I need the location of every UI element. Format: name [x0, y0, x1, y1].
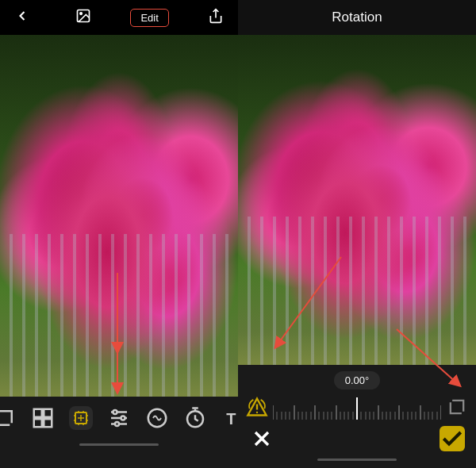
rotation-ruler[interactable] — [273, 394, 441, 420]
rotation-tool[interactable] — [69, 406, 93, 430]
right-fence-overlay — [238, 217, 476, 365]
tick-marks — [273, 394, 441, 420]
right-image — [238, 35, 476, 365]
layout-tool[interactable] — [31, 406, 55, 430]
svg-rect-7 — [44, 419, 52, 427]
degree-display: 0.00° — [334, 371, 381, 389]
svg-point-26 — [256, 412, 258, 413]
left-panel: Edit — [0, 0, 238, 468]
svg-rect-4 — [34, 409, 42, 417]
right-panel: Rotation 0.00° — [238, 0, 476, 468]
svg-point-15 — [121, 416, 125, 420]
timer-tool[interactable] — [183, 406, 207, 430]
right-home-bar — [317, 458, 397, 461]
confirm-button[interactable] — [440, 426, 465, 451]
right-rose-photo — [238, 35, 476, 365]
svg-point-14 — [113, 410, 117, 414]
crop-tool[interactable] — [0, 406, 17, 430]
svg-rect-6 — [34, 419, 42, 427]
left-image — [0, 35, 238, 397]
cancel-button[interactable] — [249, 426, 274, 451]
right-topbar: Rotation — [238, 0, 476, 35]
svg-rect-5 — [44, 409, 52, 417]
svg-point-1 — [80, 12, 83, 13]
adjust-tool[interactable] — [107, 406, 131, 430]
action-row — [238, 426, 476, 451]
right-controls: 0.00° — [238, 365, 476, 468]
gallery-button[interactable] — [72, 5, 94, 31]
share-button[interactable] — [205, 5, 227, 31]
rotation-title: Rotation — [332, 10, 382, 25]
filter-tool[interactable] — [145, 406, 169, 430]
crop-icon — [446, 396, 468, 418]
rose-photo — [0, 35, 238, 397]
edit-button[interactable]: Edit — [130, 9, 168, 27]
rotation-slider-icon — [246, 396, 268, 418]
slider-row — [238, 394, 476, 420]
home-bar — [79, 443, 159, 446]
fence-overlay — [0, 234, 238, 397]
left-toolbar: T — [0, 397, 238, 468]
svg-point-16 — [115, 422, 119, 426]
home-indicator — [0, 436, 238, 452]
back-button[interactable] — [11, 5, 33, 31]
right-home-indicator — [238, 451, 476, 467]
toolbar-icons: T — [0, 406, 245, 430]
svg-text:T: T — [226, 410, 236, 428]
left-topbar: Edit — [0, 0, 238, 35]
